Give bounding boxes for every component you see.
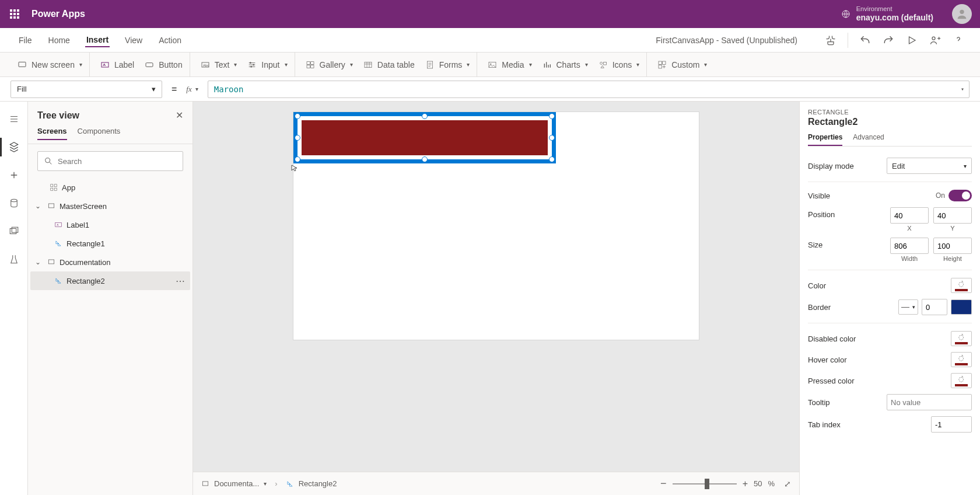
tree-item-rectangle1[interactable]: Rectangle1 xyxy=(30,234,190,253)
custom-button[interactable]: Custom▾ xyxy=(657,60,707,69)
rectangle2-shape[interactable] xyxy=(302,120,548,155)
tab-components[interactable]: Components xyxy=(78,127,121,140)
breadcrumb-element[interactable]: Rectangle2 xyxy=(286,479,337,488)
resize-handle[interactable] xyxy=(295,156,300,162)
tree-item-documentation[interactable]: ⌄ Documentation xyxy=(30,253,190,271)
chevron-down-icon[interactable]: ⌄ xyxy=(35,258,43,266)
border-style-select[interactable]: ▾ xyxy=(898,299,918,315)
rail-insert-icon[interactable] xyxy=(5,166,23,184)
help-icon[interactable] xyxy=(949,30,968,50)
size-height-input[interactable] xyxy=(933,238,972,254)
color-swatch[interactable]: ◌̀ xyxy=(951,278,972,293)
waffle-icon[interactable] xyxy=(6,5,23,23)
menu-home[interactable]: Home xyxy=(47,36,71,45)
border-width-input[interactable] xyxy=(922,299,947,315)
pressed-color-swatch[interactable]: ◌̀ xyxy=(951,373,972,388)
redo-icon[interactable] xyxy=(878,30,898,50)
chevron-down-icon: ▾ xyxy=(285,61,288,68)
svg-point-7 xyxy=(250,62,251,64)
environment-name: enayu.com (default) xyxy=(856,13,933,23)
resize-handle[interactable] xyxy=(295,113,300,119)
resize-handle[interactable] xyxy=(422,156,428,162)
canvas-page[interactable] xyxy=(293,112,699,340)
rail-tools-icon[interactable] xyxy=(5,250,23,269)
gallery-button[interactable]: Gallery▾ xyxy=(306,60,353,69)
disabled-color-swatch[interactable]: ◌̀ xyxy=(951,331,972,346)
tree-item-app[interactable]: App xyxy=(30,178,190,197)
tree-item-masterscreen[interactable]: ⌄ MasterScreen xyxy=(30,197,190,215)
property-selector[interactable]: Fill ▾ xyxy=(10,81,162,98)
zoom-slider[interactable] xyxy=(673,483,737,484)
rail-treeview-icon[interactable] xyxy=(5,138,23,156)
charts-button[interactable]: Charts▾ xyxy=(542,60,588,69)
position-y-input[interactable] xyxy=(933,207,972,224)
close-icon[interactable]: ✕ xyxy=(176,110,183,121)
tab-screens[interactable]: Screens xyxy=(37,127,67,140)
tab-advanced[interactable]: Advanced xyxy=(853,133,884,146)
paint-icon: ◌̀ xyxy=(958,375,964,383)
chevron-down-icon: ▾ xyxy=(704,61,707,68)
svg-point-9 xyxy=(251,66,253,68)
label-button[interactable]: Label xyxy=(100,60,134,69)
formula-expression: Maroon xyxy=(214,85,244,94)
tree-item-label1[interactable]: Label1 xyxy=(30,215,190,234)
border-color-swatch[interactable] xyxy=(951,299,972,315)
menu-file[interactable]: File xyxy=(18,36,33,45)
rail-data-icon[interactable] xyxy=(5,194,23,212)
button-button[interactable]: Button xyxy=(145,60,182,69)
chevron-down-icon[interactable]: ⌄ xyxy=(35,202,43,210)
svg-text:Abc: Abc xyxy=(203,63,209,67)
display-mode-select[interactable]: Edit▾ xyxy=(887,158,972,174)
formula-input[interactable]: Maroon ▾ xyxy=(208,81,970,98)
selection-box[interactable] xyxy=(293,112,556,163)
icons-button[interactable]: Icons▾ xyxy=(598,60,639,69)
chevron-down-icon: ▾ xyxy=(467,61,470,68)
rail-media-icon[interactable] xyxy=(5,222,23,240)
menu-insert[interactable]: Insert xyxy=(85,35,110,47)
screen-icon xyxy=(47,202,56,210)
media-button[interactable]: Media▾ xyxy=(488,60,531,69)
tooltip-input[interactable] xyxy=(887,394,972,410)
text-button[interactable]: AbcText▾ xyxy=(201,60,237,69)
property-name: Fill xyxy=(17,85,27,93)
forms-button[interactable]: Forms▾ xyxy=(425,60,470,69)
resize-handle[interactable] xyxy=(549,135,555,141)
new-screen-button[interactable]: New screen ▾ xyxy=(18,60,82,69)
zoom-out-button[interactable]: − xyxy=(660,477,667,490)
datatable-button[interactable]: Data table xyxy=(363,60,415,69)
resize-handle[interactable] xyxy=(295,135,300,141)
zoom-in-button[interactable]: + xyxy=(743,479,748,489)
resize-handle[interactable] xyxy=(549,156,555,162)
svg-rect-19 xyxy=(603,62,606,65)
play-icon[interactable] xyxy=(902,30,922,50)
size-label: Size xyxy=(808,238,822,249)
more-icon[interactable]: ⋯ xyxy=(176,276,186,287)
menu-action[interactable]: Action xyxy=(158,36,183,45)
input-button[interactable]: Input▾ xyxy=(247,60,287,69)
tree-search[interactable] xyxy=(37,151,183,171)
resize-handle[interactable] xyxy=(422,113,428,119)
app-checker-icon[interactable] xyxy=(821,30,841,50)
undo-icon[interactable] xyxy=(855,30,875,50)
resize-handle[interactable] xyxy=(549,113,555,119)
breadcrumb-screen[interactable]: Documenta... ▾ xyxy=(201,479,267,488)
position-x-input[interactable] xyxy=(890,207,929,224)
zoom-unit: % xyxy=(768,479,775,488)
avatar[interactable] xyxy=(952,4,972,24)
menu-view[interactable]: View xyxy=(124,36,144,45)
disabled-color-label: Disabled color xyxy=(808,334,856,343)
expand-formula-icon[interactable]: ▾ xyxy=(961,86,964,92)
rail-hamburger-icon[interactable] xyxy=(5,110,23,128)
tab-properties[interactable]: Properties xyxy=(808,133,842,146)
environment-selector[interactable]: Environment enayu.com (default) xyxy=(841,5,933,23)
tree-item-rectangle2[interactable]: Rectangle2 ⋯ xyxy=(30,271,190,290)
size-width-input[interactable] xyxy=(890,238,929,254)
svg-point-23 xyxy=(10,199,17,202)
hover-color-swatch[interactable]: ◌̀ xyxy=(951,352,972,367)
fit-screen-icon[interactable]: ⤢ xyxy=(780,479,791,489)
tabindex-input[interactable] xyxy=(931,416,972,433)
search-input[interactable] xyxy=(58,157,177,166)
fx-button[interactable]: fx ▾ xyxy=(186,85,201,94)
visible-toggle[interactable] xyxy=(949,190,972,201)
share-icon[interactable] xyxy=(925,30,945,50)
